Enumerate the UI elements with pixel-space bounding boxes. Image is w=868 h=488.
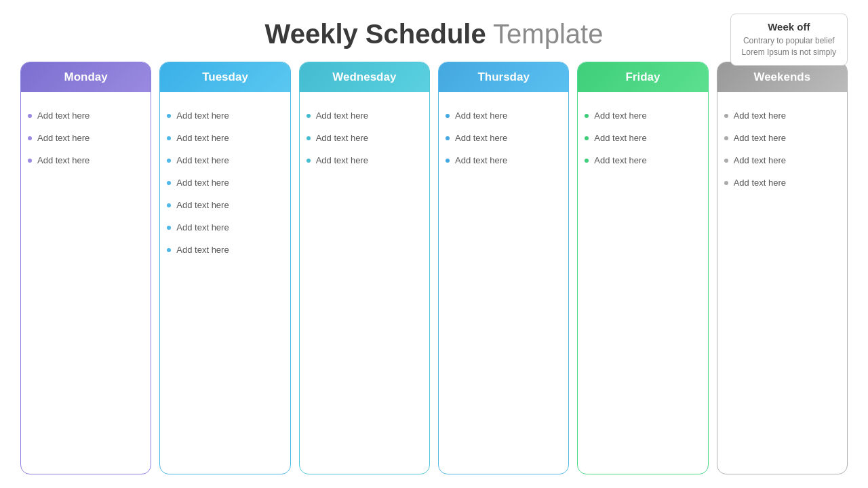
item-text[interactable]: Add text here	[37, 133, 90, 143]
bullet-icon	[167, 159, 171, 163]
item-text[interactable]: Add text here	[176, 155, 229, 165]
day-body-weekends: Add text hereAdd text hereAdd text hereA…	[717, 92, 847, 474]
week-off-line2: Lorem Ipsum is not simply	[742, 47, 836, 58]
item-text[interactable]: Add text here	[37, 110, 90, 121]
item-text[interactable]: Add text here	[176, 245, 229, 255]
item-text[interactable]: Add text here	[316, 133, 368, 143]
day-body-friday: Add text hereAdd text hereAdd text here	[578, 92, 707, 474]
item-text[interactable]: Add text here	[594, 133, 646, 143]
column-monday: MondayAdd text hereAdd text hereAdd text…	[20, 62, 151, 474]
item-text[interactable]: Add text here	[37, 155, 90, 165]
list-item: Add text here	[28, 127, 142, 149]
list-item: Add text here	[167, 216, 281, 239]
item-text[interactable]: Add text here	[734, 133, 786, 143]
title-area: Weekly Schedule Template	[265, 19, 604, 49]
item-text[interactable]: Add text here	[176, 200, 229, 210]
column-tuesday: TuesdayAdd text hereAdd text hereAdd tex…	[159, 62, 290, 474]
title-bold: Weekly Schedule	[265, 19, 486, 49]
list-item: Add text here	[167, 194, 281, 216]
item-text[interactable]: Add text here	[455, 155, 507, 165]
day-header-tuesday: Tuesday	[160, 62, 290, 92]
item-text[interactable]: Add text here	[455, 133, 507, 143]
item-text[interactable]: Add text here	[176, 222, 229, 232]
item-text[interactable]: Add text here	[176, 110, 229, 121]
list-item: Add text here	[585, 127, 699, 149]
item-text[interactable]: Add text here	[455, 110, 507, 121]
bullet-icon	[585, 136, 589, 140]
bullet-icon	[28, 159, 32, 163]
day-header-weekends: Weekends	[717, 62, 847, 92]
bullet-icon	[585, 159, 589, 163]
bullet-icon	[167, 136, 171, 140]
list-item: Add text here	[724, 149, 839, 171]
day-header-wednesday: Wednesday	[300, 62, 429, 92]
bullet-icon	[307, 136, 311, 140]
item-text[interactable]: Add text here	[316, 155, 368, 165]
bullet-icon	[724, 181, 728, 185]
list-item: Add text here	[167, 171, 281, 194]
schedule-grid: MondayAdd text hereAdd text hereAdd text…	[20, 62, 848, 488]
item-text[interactable]: Add text here	[176, 133, 229, 143]
bullet-icon	[724, 159, 728, 163]
bullet-icon	[167, 226, 171, 230]
list-item: Add text here	[307, 127, 421, 149]
day-body-thursday: Add text hereAdd text hereAdd text here	[439, 92, 568, 474]
bullet-icon	[446, 136, 450, 140]
day-header-monday: Monday	[21, 62, 151, 92]
bullet-icon	[167, 248, 171, 252]
header: Weekly Schedule Template Week off Contra…	[20, 0, 848, 62]
list-item: Add text here	[307, 149, 421, 171]
item-text[interactable]: Add text here	[594, 155, 646, 165]
column-thursday: ThursdayAdd text hereAdd text hereAdd te…	[438, 62, 569, 474]
day-header-thursday: Thursday	[439, 62, 568, 92]
list-item: Add text here	[28, 149, 142, 171]
week-off-box: Week off Contrary to popular belief Lore…	[730, 14, 848, 66]
title-light: Template	[486, 19, 604, 49]
day-body-monday: Add text hereAdd text hereAdd text here	[21, 92, 151, 474]
list-item: Add text here	[446, 149, 560, 171]
week-off-line1: Contrary to popular belief	[742, 35, 836, 47]
bullet-icon	[724, 136, 728, 140]
column-weekends: WeekendsAdd text hereAdd text hereAdd te…	[717, 62, 848, 474]
list-item: Add text here	[724, 127, 839, 149]
bullet-icon	[585, 114, 589, 118]
item-text[interactable]: Add text here	[734, 178, 786, 188]
list-item: Add text here	[446, 127, 560, 149]
day-body-tuesday: Add text hereAdd text hereAdd text hereA…	[160, 92, 290, 474]
bullet-icon	[167, 203, 171, 207]
item-text[interactable]: Add text here	[594, 110, 646, 121]
column-friday: FridayAdd text hereAdd text hereAdd text…	[577, 62, 708, 474]
list-item: Add text here	[585, 149, 699, 171]
bullet-icon	[724, 114, 728, 118]
list-item: Add text here	[307, 104, 421, 127]
list-item: Add text here	[724, 104, 839, 127]
day-body-wednesday: Add text hereAdd text hereAdd text here	[300, 92, 429, 474]
item-text[interactable]: Add text here	[734, 110, 786, 121]
bullet-icon	[167, 181, 171, 185]
bullet-icon	[446, 114, 450, 118]
item-text[interactable]: Add text here	[176, 178, 229, 188]
list-item: Add text here	[585, 104, 699, 127]
bullet-icon	[446, 159, 450, 163]
list-item: Add text here	[167, 104, 281, 127]
bullet-icon	[307, 159, 311, 163]
list-item: Add text here	[28, 104, 142, 127]
list-item: Add text here	[446, 104, 560, 127]
bullet-icon	[28, 114, 32, 118]
bullet-icon	[167, 114, 171, 118]
day-header-friday: Friday	[578, 62, 707, 92]
item-text[interactable]: Add text here	[316, 110, 368, 121]
week-off-label: Week off	[742, 21, 836, 33]
item-text[interactable]: Add text here	[734, 155, 786, 165]
list-item: Add text here	[167, 239, 281, 261]
column-wednesday: WednesdayAdd text hereAdd text hereAdd t…	[299, 62, 430, 474]
list-item: Add text here	[167, 127, 281, 149]
list-item: Add text here	[167, 149, 281, 171]
list-item: Add text here	[724, 171, 839, 194]
page: Weekly Schedule Template Week off Contra…	[0, 0, 868, 488]
bullet-icon	[307, 114, 311, 118]
bullet-icon	[28, 136, 32, 140]
